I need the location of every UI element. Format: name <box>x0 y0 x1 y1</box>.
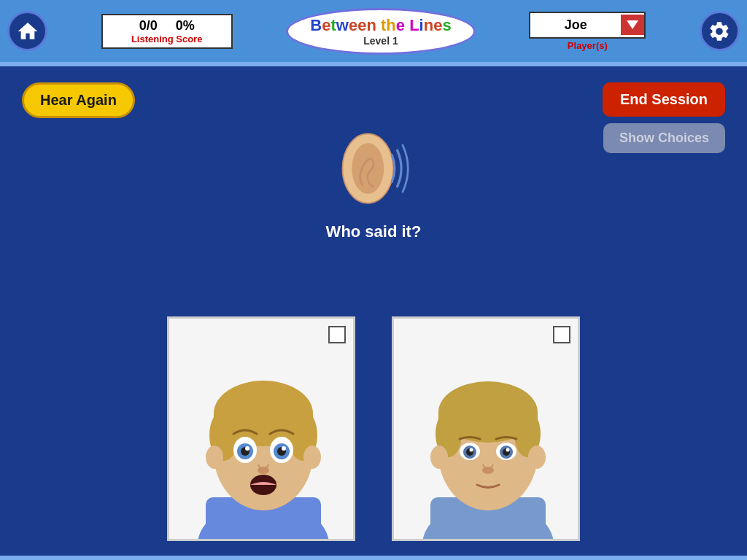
svg-point-42 <box>506 448 510 452</box>
header: 0/0 0% Listening Score Between the Lines… <box>0 0 747 62</box>
player-name: Joe <box>530 13 621 37</box>
svg-point-33 <box>430 446 448 469</box>
score-label: Listening Score <box>117 34 217 44</box>
photo-checkbox-1[interactable] <box>328 326 346 343</box>
svg-point-34 <box>528 446 546 469</box>
svg-point-13 <box>303 446 321 469</box>
svg-point-12 <box>206 446 223 469</box>
question-text: Who said it? <box>326 222 422 241</box>
show-choices-button[interactable]: Show Choices <box>603 123 725 153</box>
svg-marker-0 <box>627 20 638 29</box>
photo-card-2[interactable] <box>392 316 580 541</box>
score-box: 0/0 0% Listening Score <box>101 14 233 49</box>
boy1-image <box>169 319 355 541</box>
home-icon <box>16 20 39 43</box>
player-area: Joe Player(s) <box>529 12 646 51</box>
svg-point-21 <box>282 446 286 451</box>
player-dropdown-button[interactable] <box>621 15 644 35</box>
score-numbers: 0/0 <box>139 18 158 33</box>
svg-point-2 <box>352 143 384 194</box>
chevron-down-icon <box>627 20 638 29</box>
end-session-button[interactable]: End Session <box>603 82 725 117</box>
hear-again-button[interactable]: Hear Again <box>22 82 135 118</box>
ear-area: Who said it? <box>326 125 422 241</box>
svg-point-41 <box>470 448 473 452</box>
settings-button[interactable] <box>700 11 740 51</box>
player-label: Player(s) <box>568 40 608 51</box>
photo-card-1[interactable] <box>167 316 355 541</box>
home-button[interactable] <box>7 11 47 51</box>
photos-row <box>0 316 747 541</box>
player-box: Joe <box>529 12 646 39</box>
app-title: Between the Lines Level 1 <box>286 8 475 55</box>
photo-checkbox-2[interactable] <box>553 326 570 343</box>
ear-icon <box>333 125 414 212</box>
gear-icon <box>708 20 731 43</box>
title-level: Level 1 <box>310 35 451 47</box>
score-percent: 0% <box>176 18 195 33</box>
boy2-image <box>394 319 580 541</box>
main-content: Hear Again End Session Show Choices Who … <box>0 62 747 560</box>
svg-point-20 <box>245 446 249 451</box>
